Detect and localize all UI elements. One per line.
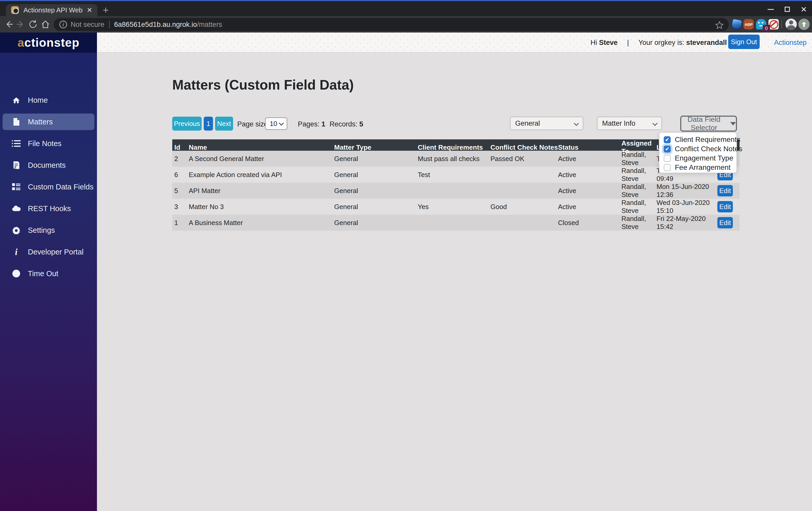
target-icon <box>12 269 21 278</box>
table-row: 1 A Business Matter General Closed Randa… <box>172 215 740 231</box>
browser-tabstrip: Actionstep API Web Client ✕ + ✕ <box>0 1 812 16</box>
home-button[interactable] <box>40 19 51 30</box>
update-arrow-icon <box>801 21 807 28</box>
sign-out-button[interactable]: Sign Out <box>728 34 760 49</box>
checkbox-unchecked-icon[interactable]: ✔ <box>664 155 671 162</box>
app-header: Hi Steve | Your orgkey is: steverandall … <box>97 32 812 53</box>
info-italic-icon: i <box>12 247 21 256</box>
browser-tab[interactable]: Actionstep API Web Client ✕ <box>6 4 97 16</box>
extension-blocker-icon[interactable] <box>768 19 779 29</box>
table-row: 5 API Matter General Active Randall, Ste… <box>172 183 740 199</box>
chevron-down-icon <box>574 121 579 126</box>
minimize-button[interactable] <box>762 2 779 17</box>
orgkey-value: steverandall <box>686 39 727 47</box>
grid-icon <box>12 183 21 191</box>
tab-title: Actionstep API Web Client <box>24 6 84 14</box>
edit-button[interactable]: Edit <box>717 185 733 196</box>
sidebar-item-matters[interactable]: Matters <box>3 113 94 130</box>
forward-arrow-icon <box>16 19 26 29</box>
browser-toolbar: i Not secure 6a86561e5d1b.au.ngrok.io/ma… <box>0 16 812 32</box>
browser-update-button[interactable] <box>798 19 810 30</box>
dropdown-option-engagement-type[interactable]: ✔ Engagement Type <box>659 154 736 163</box>
close-window-button[interactable]: ✕ <box>795 2 812 17</box>
maximize-icon <box>785 7 790 12</box>
sidebar: actionstep Home Matters File Notes Docum… <box>0 32 97 511</box>
url-path: /matters <box>197 21 222 29</box>
forward-button[interactable] <box>15 19 26 30</box>
previous-page-button[interactable]: Previous <box>172 117 202 131</box>
edit-button[interactable]: Edit <box>717 201 733 212</box>
matter-type-select[interactable]: General <box>510 117 583 130</box>
page-title: Matters (Custom Field Data) <box>172 77 354 93</box>
table-row: 2 A Second General Matter General Must p… <box>172 151 740 167</box>
address-bar[interactable]: i Not secure 6a86561e5d1b.au.ngrok.io/ma… <box>54 18 729 31</box>
toolbar-divider <box>781 20 782 28</box>
new-tab-button[interactable]: + <box>101 6 110 15</box>
table-row: 6 Example Action created via API General… <box>172 167 740 183</box>
extension-badge: 0 <box>763 25 770 32</box>
chevron-down-icon <box>279 120 284 126</box>
dropdown-option-conflict-check-notes[interactable]: ✔ Conflict Check Notes <box>659 144 736 154</box>
list-icon <box>12 139 21 148</box>
profile-avatar[interactable] <box>785 19 797 30</box>
sidebar-item-home[interactable]: Home <box>3 92 94 108</box>
sidebar-item-rest-hooks[interactable]: REST Hooks <box>3 200 94 217</box>
next-page-button[interactable]: Next <box>215 117 233 131</box>
matters-table: Id Name Matter Type Client Requirements … <box>172 139 740 231</box>
greeting-text: Hi Steve <box>590 39 617 47</box>
back-arrow-icon <box>4 19 14 29</box>
page-info-icon[interactable]: i <box>59 21 67 28</box>
table-header-row: Id Name Matter Type Client Requirements … <box>172 139 740 151</box>
extension-adblock-icon[interactable]: ABP <box>744 19 754 29</box>
dropdown-option-client-requirements[interactable]: ✔ Client Requirements <box>659 135 736 144</box>
caret-down-icon <box>730 122 736 126</box>
reload-button[interactable] <box>27 19 39 30</box>
page-number-button[interactable]: 1 <box>204 117 213 131</box>
sidebar-item-settings[interactable]: Settings <box>3 222 94 239</box>
extension-gem-icon[interactable] <box>731 18 743 30</box>
document-icon <box>12 161 21 169</box>
checkbox-unchecked-icon[interactable]: ✔ <box>664 164 671 171</box>
bookmark-button[interactable] <box>715 20 724 31</box>
edit-button[interactable]: Edit <box>717 217 733 228</box>
file-icon <box>12 117 21 126</box>
home-icon <box>12 96 21 105</box>
logo-block: actionstep <box>0 32 97 53</box>
data-field-selector-dropdown: ✔ Client Requirements ✔ Conflict Check N… <box>659 132 737 173</box>
dropdown-option-fee-arrangement[interactable]: ✔ Fee Arrangement <box>659 163 736 172</box>
security-label: Not secure <box>71 21 105 29</box>
table-row: 3 Matter No 3 General Yes Good Active Ra… <box>172 199 740 215</box>
header-divider: | <box>627 39 629 47</box>
close-tab-icon[interactable]: ✕ <box>87 6 92 14</box>
sidebar-item-developer-portal[interactable]: i Developer Portal <box>3 244 94 260</box>
matter-info-select[interactable]: Matter Info <box>597 117 662 130</box>
actionstep-link[interactable]: Actionstep <box>774 39 807 47</box>
pages-count: Pages: 1 <box>298 120 325 128</box>
data-field-selector-button[interactable]: Data Field Selector <box>680 116 737 132</box>
sidebar-item-documents[interactable]: Documents <box>3 157 94 173</box>
maximize-button[interactable] <box>779 2 795 17</box>
reload-icon <box>28 19 38 29</box>
bookmark-star-icon <box>715 20 724 30</box>
gear-icon <box>12 226 21 235</box>
chevron-down-icon <box>652 121 658 126</box>
actionstep-favicon-icon <box>11 6 19 14</box>
cloud-icon <box>12 204 21 213</box>
checkbox-checked-icon[interactable]: ✔ <box>664 136 671 143</box>
url-host: 6a86561e5d1b.au.ngrok.io <box>114 21 197 29</box>
records-count: Records: 5 <box>329 120 363 128</box>
back-button[interactable] <box>3 19 14 30</box>
checkbox-checked-icon[interactable]: ✔ <box>664 145 671 153</box>
actionstep-logo: actionstep <box>18 36 80 50</box>
user-name: Steve <box>599 39 617 47</box>
home-icon <box>40 19 51 29</box>
minimize-icon <box>767 9 774 10</box>
sidebar-item-time-out[interactable]: Time Out <box>3 265 94 282</box>
page-size-select[interactable]: 10 <box>265 117 287 130</box>
sidebar-item-file-notes[interactable]: File Notes <box>3 135 94 152</box>
sidebar-item-custom-data-fields[interactable]: Custom Data Fields <box>3 179 94 195</box>
orgkey-text: Your orgkey is: steverandall <box>638 39 727 47</box>
url-divider <box>109 21 110 28</box>
